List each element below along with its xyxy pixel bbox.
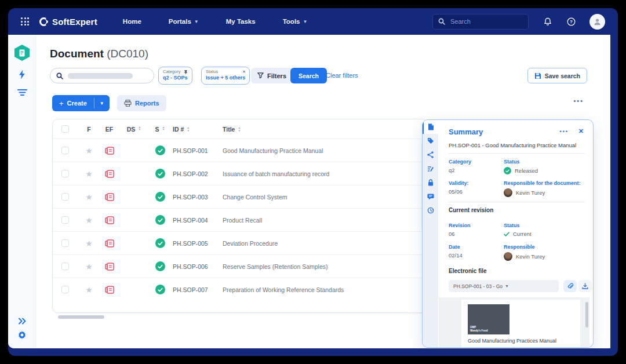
top-navbar: SoftExpert Home Portals▼ My Tasks Tools▼… xyxy=(8,8,618,35)
field-date: Date 02/14 xyxy=(449,244,463,259)
field-revision: Revision 06 xyxy=(449,223,471,237)
nav-item-my-tasks[interactable]: My Tasks xyxy=(226,18,256,25)
summary-more-icon[interactable]: ••• xyxy=(560,129,569,134)
brand-name: SoftExpert xyxy=(52,17,97,27)
tab-summary[interactable] xyxy=(423,120,438,134)
create-button[interactable]: +Create ▼ xyxy=(52,95,110,111)
document-title: Product Recall xyxy=(223,217,427,224)
table-row[interactable]: ★ PH.SOP-001 Good Manufacturing Practice… xyxy=(53,139,427,162)
document-id: PH.SOP-002 xyxy=(173,170,223,177)
svg-text:?: ? xyxy=(570,19,573,24)
user-avatar[interactable] xyxy=(589,14,605,30)
filter-lines-icon[interactable] xyxy=(8,89,36,96)
table-horizontal-scrollbar[interactable] xyxy=(58,315,104,319)
tab-share[interactable] xyxy=(423,148,438,162)
table-row[interactable]: ★ PH.SOP-007 Preparation of Working Refe… xyxy=(53,278,427,301)
search-button[interactable]: Search xyxy=(290,68,327,83)
document-id: PH.SOP-005 xyxy=(173,240,223,247)
pdf-file-icon[interactable] xyxy=(105,170,114,178)
tab-tags[interactable] xyxy=(423,134,438,148)
softexpert-logo-icon xyxy=(39,17,48,26)
favorite-star-icon[interactable]: ★ xyxy=(85,170,93,178)
table-search-input[interactable] xyxy=(50,68,154,83)
row-checkbox[interactable] xyxy=(61,193,69,201)
tab-comments[interactable] xyxy=(423,190,438,203)
attachment-button[interactable] xyxy=(563,280,577,292)
filters-button[interactable]: Filters xyxy=(251,68,293,83)
help-icon[interactable]: ? xyxy=(567,17,576,26)
brand-logo[interactable]: SoftExpert xyxy=(39,17,97,27)
favorite-star-icon[interactable]: ★ xyxy=(85,286,93,294)
screen-frame: SoftExpert Home Portals▼ My Tasks Tools▼… xyxy=(0,0,626,364)
released-status-icon xyxy=(155,169,165,179)
chevron-down-icon: ▼ xyxy=(194,19,199,24)
pdf-file-icon[interactable] xyxy=(105,239,114,247)
favorite-star-icon[interactable]: ★ xyxy=(85,263,93,271)
clear-filters-link[interactable]: Clear filters xyxy=(326,72,358,79)
column-header-id[interactable]: ID #▲▼ xyxy=(173,126,223,133)
nav-links: Home Portals▼ My Tasks Tools▼ xyxy=(123,18,308,25)
person-icon xyxy=(593,17,602,26)
pdf-file-icon[interactable] xyxy=(105,193,114,201)
row-checkbox[interactable] xyxy=(61,286,69,293)
lightning-icon[interactable] xyxy=(8,70,36,79)
sort-icon: ▲▼ xyxy=(187,126,190,132)
expand-sidebar-icon[interactable] xyxy=(8,318,36,325)
preview-scrollbar[interactable] xyxy=(585,302,588,327)
close-icon[interactable]: ✕ xyxy=(578,128,584,135)
filter-chip-status[interactable]: Status × Issue + 5 others xyxy=(201,67,250,85)
pdf-file-icon[interactable] xyxy=(105,147,114,155)
funnel-icon xyxy=(257,72,264,79)
create-dropdown-button[interactable]: ▼ xyxy=(94,95,110,111)
download-button[interactable] xyxy=(578,280,592,292)
table-row[interactable]: ★ PH.SOP-004 Product Recall xyxy=(53,208,427,231)
row-checkbox[interactable] xyxy=(61,170,69,177)
field-category: Category q2 xyxy=(449,159,471,173)
save-search-button[interactable]: Save search xyxy=(527,68,587,83)
printer-icon xyxy=(124,100,132,107)
notifications-bell-icon[interactable] xyxy=(544,17,552,26)
electronic-file-select[interactable]: PH.SOP-001 - 03 - Good Manufacturing ...… xyxy=(449,280,559,292)
lock-icon xyxy=(428,179,434,186)
nav-item-portals[interactable]: Portals▼ xyxy=(169,18,199,25)
favorite-star-icon[interactable]: ★ xyxy=(85,193,93,201)
table-row[interactable]: ★ PH.SOP-006 Reserve Samples (Retention … xyxy=(53,254,427,278)
row-checkbox[interactable] xyxy=(61,147,69,154)
nav-item-tools[interactable]: Tools▼ xyxy=(283,18,308,25)
preview-page: GMPWendy's Food Good Manufacturing Pract… xyxy=(461,300,580,347)
tab-history[interactable] xyxy=(423,203,438,217)
row-checkbox[interactable] xyxy=(61,263,69,270)
pdf-file-icon[interactable] xyxy=(105,216,114,224)
select-all-checkbox[interactable] xyxy=(61,125,69,133)
column-header-ds[interactable]: DS▲▼ xyxy=(121,126,147,133)
favorite-star-icon[interactable]: ★ xyxy=(85,239,93,247)
summary-panel: Summary ••• ✕ PH.SOP-001 - Good Manufact… xyxy=(422,119,594,348)
chevron-down-icon: ▼ xyxy=(303,19,307,24)
field-status: Status Released xyxy=(504,159,538,174)
column-header-title[interactable]: Title▲▼ xyxy=(223,126,427,133)
remove-chip-icon[interactable]: × xyxy=(243,69,246,74)
pdf-file-icon[interactable] xyxy=(105,286,114,294)
favorite-star-icon[interactable]: ★ xyxy=(85,147,93,155)
document-app-icon[interactable] xyxy=(8,45,36,61)
table-row[interactable]: ★ PH.SOP-002 Issuance of batch manufactu… xyxy=(53,162,427,185)
nav-item-home[interactable]: Home xyxy=(123,18,141,25)
document-title: Deviation Procedure xyxy=(223,240,427,247)
settings-gear-icon[interactable] xyxy=(8,330,36,340)
filter-chip-category[interactable]: Category q2 - SOPs xyxy=(158,67,192,85)
global-search-input[interactable] xyxy=(449,17,519,26)
pdf-file-icon[interactable] xyxy=(105,263,114,271)
tab-security[interactable] xyxy=(423,176,438,190)
row-checkbox[interactable] xyxy=(61,216,69,224)
table-row[interactable]: ★ PH.SOP-005 Deviation Procedure xyxy=(53,231,427,254)
column-header-s[interactable]: S▲▼ xyxy=(147,126,173,133)
reports-button[interactable]: Reports xyxy=(117,95,166,111)
global-search[interactable] xyxy=(432,14,529,30)
app-launcher-icon[interactable] xyxy=(21,17,29,26)
tab-edit[interactable] xyxy=(423,162,438,176)
more-options-icon[interactable]: ••• xyxy=(573,97,584,104)
clock-history-icon xyxy=(427,207,434,214)
table-row[interactable]: ★ PH.SOP-003 Change Control System xyxy=(53,185,427,208)
row-checkbox[interactable] xyxy=(61,239,69,247)
favorite-star-icon[interactable]: ★ xyxy=(85,216,93,224)
